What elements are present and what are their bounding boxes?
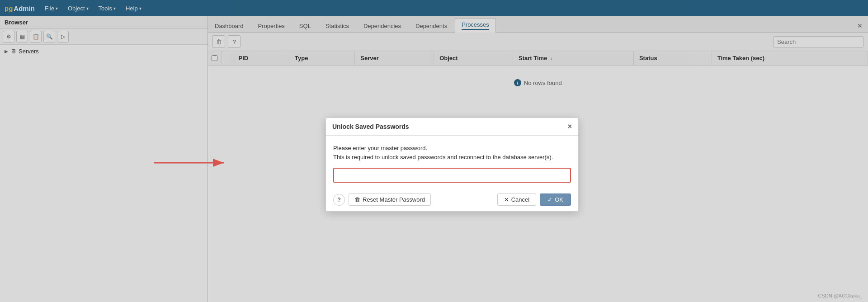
unlock-password-modal: Unlock Saved Passwords × Please enter yo… (326, 118, 579, 212)
cancel-label: Cancel (511, 196, 529, 203)
modal-body: Please enter your master password. This … (326, 136, 578, 189)
reset-master-password-button[interactable]: 🗑 Reset Master Password (349, 193, 431, 206)
modal-title: Unlock Saved Passwords (332, 123, 409, 130)
modal-footer-right: ✕ Cancel ✓ OK (497, 193, 571, 206)
check-icon: ✓ (547, 196, 552, 203)
cancel-button[interactable]: ✕ Cancel (497, 193, 536, 206)
reset-icon: 🗑 (354, 196, 360, 203)
modal-description-line2: This is required to unlock saved passwor… (333, 153, 571, 162)
modal-description: Please enter your master password. This … (333, 144, 571, 161)
modal-header: Unlock Saved Passwords × (326, 118, 578, 136)
ok-label: OK (555, 196, 563, 203)
modal-close-button[interactable]: × (568, 123, 572, 131)
modal-overlay: Unlock Saved Passwords × Please enter yo… (0, 0, 868, 302)
modal-footer-left: ? 🗑 Reset Master Password (333, 193, 431, 206)
cancel-icon: ✕ (504, 196, 509, 203)
master-password-input[interactable] (333, 168, 571, 183)
reset-label: Reset Master Password (363, 196, 425, 203)
modal-help-button[interactable]: ? (333, 194, 345, 206)
modal-footer: ? 🗑 Reset Master Password ✕ Cancel ✓ OK (326, 189, 578, 211)
modal-description-line1: Please enter your master password. (333, 144, 571, 153)
ok-button[interactable]: ✓ OK (540, 193, 571, 206)
